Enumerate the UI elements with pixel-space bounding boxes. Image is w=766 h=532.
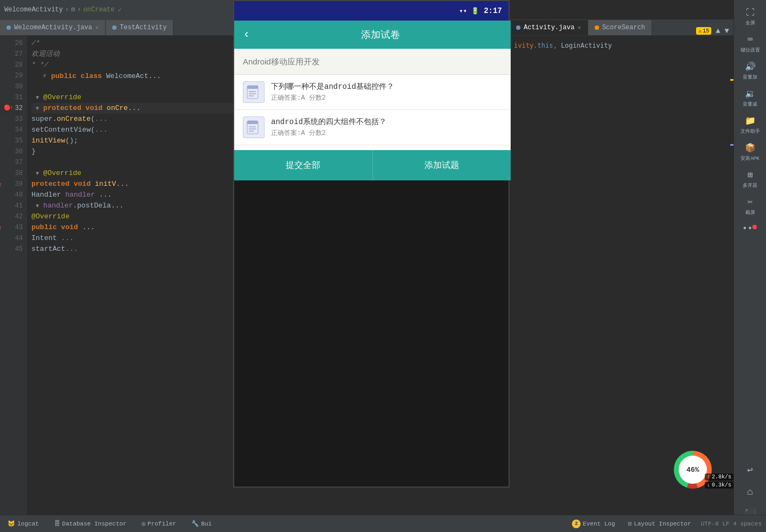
line-34: 34	[0, 125, 23, 135]
git-icon: ✓	[118, 6, 121, 14]
battery-icon: 🔋	[471, 7, 479, 15]
encoding-label: UTF-8	[701, 521, 719, 527]
tab-activity-java[interactable]: Activity.java ✕	[510, 20, 588, 35]
build-tab[interactable]: 🔧 Bui	[188, 518, 215, 529]
submit-all-button[interactable]: 提交全部	[234, 150, 373, 180]
modal-item-1-content: 下列哪一种不是android基础控件？ 正确答案:A 分数2	[271, 82, 502, 102]
modal-search-input[interactable]	[243, 57, 502, 66]
tab-label-4: ScoreSearch	[602, 24, 645, 31]
line-43: 🔴↑ 43	[0, 222, 23, 233]
warning-count[interactable]: ⚠ 15	[696, 27, 711, 35]
logcat-tab[interactable]: 🐱 logcat	[4, 518, 42, 529]
warning-icon: ⚠	[698, 28, 701, 34]
collapse-icon[interactable]: ▲	[716, 27, 720, 35]
fullscreen-label: 全屏	[745, 20, 755, 27]
tab-test-activity[interactable]: TestActivity	[106, 20, 173, 35]
keymap-icon: ⌨	[748, 34, 753, 45]
file-assistant-button[interactable]: 📁 文件助手	[736, 112, 764, 138]
modal-item-2-title: android系统的四大组件不包括？	[271, 117, 502, 127]
line-26: 26	[0, 38, 23, 49]
svg-rect-1	[247, 86, 258, 89]
right-editor-tabs: Activity.java ✕ ScoreSearch ⚠ 15 ▲ ▼	[510, 20, 733, 36]
back-icon: ↩	[747, 464, 753, 476]
question-icon-2	[243, 116, 265, 138]
line-38: 38	[0, 168, 23, 179]
modal-item-1[interactable]: 下列哪一种不是android基础控件？ 正确答案:A 分数2	[234, 75, 511, 110]
keymap-button[interactable]: ⌨ 键位设置	[736, 31, 764, 57]
modal-item-2[interactable]: android系统的四大组件不包括？ 正确答案:A 分数2	[234, 110, 511, 145]
encoding-info: UTF-8 LF 4 spaces	[701, 521, 762, 527]
volume-down-button[interactable]: 🔉 音量减	[736, 85, 764, 111]
upload-value: 2.8k/s	[712, 474, 731, 480]
multi-open-label: 多开器	[743, 182, 757, 189]
tab-close-icon[interactable]: ✕	[95, 24, 99, 31]
event-log-label: Event Log	[583, 521, 615, 527]
tab-label: WelcomeActivity.java	[14, 24, 92, 31]
multi-open-button[interactable]: ⊞ 多开器	[736, 166, 764, 192]
layout-inspector-icon: ⊡	[628, 520, 632, 527]
line-42: 42	[0, 211, 23, 222]
build-icon: 🔧	[191, 520, 199, 527]
profiler-label: Profiler	[147, 521, 176, 527]
back-nav-button[interactable]: ↩	[736, 460, 764, 479]
build-label: Bui	[201, 521, 212, 527]
database-inspector-tab[interactable]: 🗄 Database Inspector	[51, 518, 130, 529]
home-nav-button[interactable]: ⌂	[736, 483, 764, 501]
screenshot-button[interactable]: ✂ 截屏	[736, 193, 764, 219]
breadcrumb-class: WelcomeActivity	[4, 6, 63, 14]
logcat-icon: 🐱	[8, 520, 15, 527]
right-code-content: ivity.this, LoginActivity	[514, 40, 729, 51]
line-27: 27	[0, 49, 23, 60]
indent-label: 4 spaces	[733, 521, 762, 527]
expand-icon[interactable]: ▼	[725, 27, 729, 35]
volume-up-icon: 🔊	[745, 61, 756, 72]
profiler-tab[interactable]: ◎ Profiler	[138, 518, 179, 529]
line-39: 🔴↑ 39	[0, 179, 23, 190]
modal-title: 添加试卷	[259, 28, 502, 41]
right-code-panel: ivity.this, LoginActivity	[510, 36, 733, 515]
home-icon: ⌂	[747, 486, 753, 497]
volume-up-label: 音量加	[743, 74, 757, 81]
upload-speed: ↑ 2.8k/s	[705, 473, 733, 481]
line-29: ⟐ 29	[0, 70, 23, 81]
install-apk-button[interactable]: 📦 安装APK	[736, 139, 764, 165]
install-apk-label: 安装APK	[741, 155, 759, 162]
add-question-button[interactable]: 添加试题	[373, 150, 511, 180]
tab-label-2: TestActivity	[120, 24, 166, 31]
line-sep-label: LF	[722, 521, 729, 527]
more-tools-button[interactable]: •••	[736, 220, 764, 237]
fullscreen-icon: ⛶	[746, 8, 755, 18]
breadcrumb-method-type: m	[71, 6, 75, 14]
logcat-label: logcat	[17, 521, 39, 527]
line-31: 31	[0, 92, 23, 103]
more-tools-wrapper: •••	[736, 220, 764, 237]
add-question-label: 添加试题	[424, 160, 459, 171]
download-value: 0.3k/s	[712, 482, 731, 488]
submit-all-label: 提交全部	[286, 160, 320, 171]
upload-icon: ↑	[707, 474, 710, 480]
modal-item-2-content: android系统的四大组件不包括？ 正确答案:A 分数2	[271, 117, 502, 138]
modal-item-1-subtitle: 正确答案:A 分数2	[271, 93, 502, 102]
layout-inspector-tab[interactable]: ⊡ Layout Inspector	[625, 518, 694, 529]
modal-item-2-subtitle: 正确答案:A 分数2	[271, 128, 502, 138]
more-icon: •••	[742, 224, 758, 233]
layout-inspector-label: Layout Inspector	[634, 521, 691, 527]
tab-close-icon-3[interactable]: ✕	[578, 24, 581, 31]
bottom-right: 2 Event Log ⊡ Layout Inspector UTF-8 LF …	[569, 517, 762, 530]
tab-score-search[interactable]: ScoreSearch	[588, 20, 652, 35]
progress-percent: 46%	[679, 456, 707, 484]
modal-header: ‹ 添加试卷	[234, 21, 511, 49]
event-log-tab[interactable]: 2 Event Log	[569, 517, 618, 530]
modal-search-bar[interactable]	[234, 49, 511, 75]
tab-welcome-activity[interactable]: WelcomeActivity.java ✕	[0, 20, 106, 35]
modal-back-button[interactable]: ‹	[243, 28, 250, 42]
modal-footer: 提交全部 添加试题	[234, 150, 511, 180]
volume-up-button[interactable]: 🔊 音量加	[736, 58, 764, 84]
install-apk-icon: 📦	[745, 142, 756, 153]
right-toolbar: ⛶ 全屏 ⌨ 键位设置 🔊 音量加 🔉 音量减 📁 文件助手 📦 安装APK ⊞…	[733, 0, 766, 532]
file-assistant-label: 文件助手	[741, 128, 760, 135]
line-35: 35	[0, 135, 23, 146]
file-assistant-icon: 📁	[745, 115, 756, 126]
volume-down-label: 音量减	[743, 101, 757, 108]
fullscreen-button[interactable]: ⛶ 全屏	[736, 4, 764, 30]
